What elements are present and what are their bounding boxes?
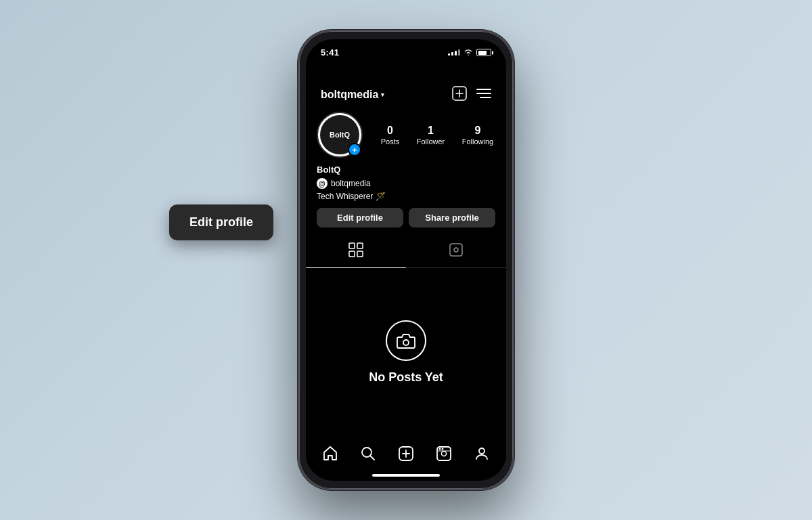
home-icon bbox=[322, 446, 338, 464]
profile-icon bbox=[474, 446, 490, 464]
svg-point-12 bbox=[403, 340, 409, 345]
profile-section: BoltQ + 0 Posts 1 Follower bbox=[306, 106, 506, 236]
nav-username-text: boltqmedia bbox=[321, 89, 378, 101]
dynamic-island bbox=[379, 60, 433, 78]
tab-tagged[interactable] bbox=[406, 236, 506, 267]
camera-svg bbox=[397, 332, 415, 349]
svg-rect-10 bbox=[450, 244, 462, 256]
share-profile-button[interactable]: Share profile bbox=[409, 208, 495, 228]
bottom-nav-home[interactable] bbox=[317, 443, 344, 467]
username-area[interactable]: boltqmedia ▾ bbox=[321, 89, 384, 101]
reels-icon bbox=[436, 446, 452, 464]
action-buttons-row: Edit profile Share profile bbox=[317, 208, 495, 228]
grid-icon bbox=[348, 242, 363, 261]
threads-handle-row[interactable]: @ boltqmedia bbox=[317, 178, 495, 189]
avatar-wrapper: BoltQ + bbox=[317, 112, 363, 158]
battery-fill bbox=[478, 51, 487, 55]
content-area: No Posts Yet bbox=[306, 268, 506, 436]
tab-grid[interactable] bbox=[306, 236, 406, 267]
svg-rect-8 bbox=[349, 251, 355, 257]
phone-wrapper: Edit profile 5:41 bbox=[298, 30, 514, 490]
bottom-nav-profile[interactable] bbox=[468, 443, 495, 467]
no-posts-title: No Posts Yet bbox=[369, 370, 443, 385]
profile-display-name: BoltQ bbox=[317, 165, 495, 175]
threads-handle-text: boltqmedia bbox=[331, 179, 371, 188]
svg-point-21 bbox=[439, 448, 441, 450]
nav-action-icons bbox=[452, 86, 491, 104]
svg-rect-6 bbox=[349, 243, 355, 248]
add-post-icon[interactable] bbox=[452, 86, 467, 104]
bottom-nav-reels[interactable] bbox=[430, 443, 457, 467]
search-icon bbox=[360, 446, 376, 464]
phone-frame: 5:41 bbox=[298, 30, 514, 490]
top-nav: boltqmedia ▾ bbox=[306, 81, 506, 106]
bottom-nav-search[interactable] bbox=[355, 443, 382, 467]
profile-bio: Tech Whisperer 🪄 bbox=[317, 192, 495, 201]
wifi-icon bbox=[464, 49, 473, 57]
svg-point-19 bbox=[442, 452, 447, 456]
status-bar: 5:41 bbox=[306, 39, 506, 60]
hamburger-menu-icon[interactable] bbox=[476, 88, 491, 102]
chevron-down-icon: ▾ bbox=[381, 91, 384, 98]
svg-rect-7 bbox=[357, 243, 363, 248]
svg-point-11 bbox=[454, 248, 458, 252]
edit-profile-popup[interactable]: Edit profile bbox=[169, 204, 273, 240]
svg-line-14 bbox=[370, 456, 374, 460]
avatar-plus-button[interactable]: + bbox=[348, 143, 361, 156]
avatar-text: BoltQ bbox=[330, 131, 350, 139]
posts-count: 0 bbox=[387, 125, 393, 137]
threads-icon: @ bbox=[317, 178, 328, 189]
edit-profile-label: Edit profile bbox=[189, 215, 253, 229]
profile-top: BoltQ + 0 Posts 1 Follower bbox=[317, 112, 495, 158]
bottom-nav-add[interactable] bbox=[392, 443, 420, 467]
status-icons bbox=[448, 49, 491, 57]
followers-count: 1 bbox=[428, 125, 434, 137]
content-tabs bbox=[306, 236, 506, 268]
posts-stat[interactable]: 0 Posts bbox=[381, 125, 400, 146]
tagged-icon bbox=[449, 242, 464, 261]
following-stat[interactable]: 9 Following bbox=[462, 125, 493, 146]
threads-symbol: @ bbox=[319, 180, 325, 188]
signal-icon bbox=[448, 49, 460, 56]
stats-row: 0 Posts 1 Follower 9 Following bbox=[379, 125, 495, 146]
edit-profile-button[interactable]: Edit profile bbox=[317, 208, 403, 228]
following-count: 9 bbox=[475, 125, 481, 137]
status-time: 5:41 bbox=[321, 47, 339, 58]
posts-label: Posts bbox=[381, 137, 400, 146]
followers-label: Follower bbox=[417, 137, 445, 146]
add-icon bbox=[398, 446, 414, 464]
svg-rect-9 bbox=[357, 251, 363, 257]
svg-point-23 bbox=[479, 448, 484, 454]
home-indicator bbox=[372, 474, 440, 477]
battery-icon bbox=[476, 49, 491, 56]
followers-stat[interactable]: 1 Follower bbox=[417, 125, 445, 146]
phone-screen: 5:41 bbox=[306, 39, 506, 481]
svg-point-22 bbox=[442, 448, 444, 450]
bottom-nav bbox=[306, 436, 506, 471]
no-posts-icon bbox=[386, 320, 426, 361]
following-label: Following bbox=[462, 137, 493, 146]
